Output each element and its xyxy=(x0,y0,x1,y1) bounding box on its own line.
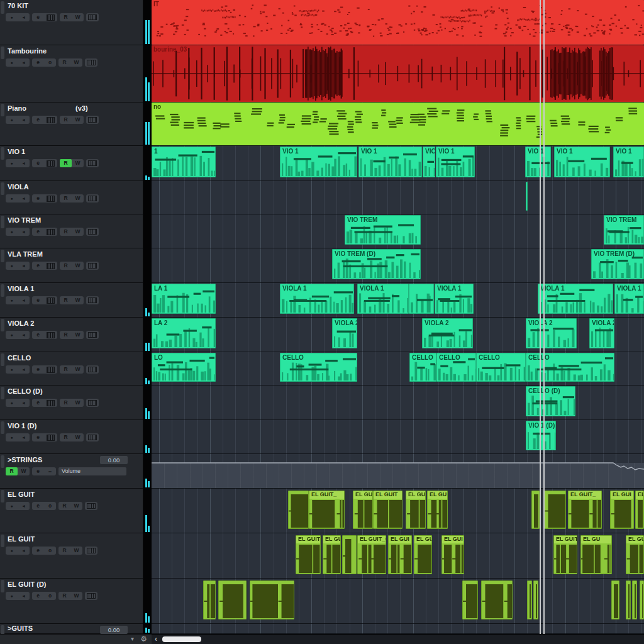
read-automation-button[interactable]: R xyxy=(60,433,72,441)
track-color-tab[interactable] xyxy=(1,216,4,228)
input-gain-button[interactable]: o xyxy=(44,502,56,510)
lanes-icon[interactable] xyxy=(88,117,97,123)
record-button[interactable]: ● xyxy=(6,194,18,203)
lanes-icon[interactable] xyxy=(88,14,97,20)
track-header[interactable]: VIO 1 (D)●◄eRW xyxy=(0,420,143,454)
midi-clip[interactable]: CELLO xyxy=(526,353,614,382)
track-header[interactable]: EL GUIT●◄eoRW xyxy=(0,489,143,533)
audio-clip[interactable]: EL GUI xyxy=(441,535,464,574)
midi-clip[interactable]: 1 xyxy=(152,147,216,177)
record-button[interactable]: ● xyxy=(6,502,18,510)
monitor-button[interactable]: ◄ xyxy=(18,116,30,124)
read-automation-button[interactable]: R xyxy=(60,262,72,270)
edit-channel-button[interactable]: e xyxy=(32,592,44,600)
read-automation-button[interactable]: R xyxy=(60,116,72,124)
write-automation-button[interactable]: W xyxy=(72,331,84,339)
midi-clip[interactable] xyxy=(409,284,434,314)
write-automation-button[interactable]: W xyxy=(72,159,84,167)
monitor-button[interactable]: ◄ xyxy=(18,433,30,441)
write-automation-button[interactable]: W xyxy=(72,296,84,304)
audio-clip[interactable]: EL GU xyxy=(414,535,432,574)
arrangement-area[interactable]: ITbourine_03no1VIO 1VIO 1VIOVIO 1VIO 1VI… xyxy=(152,0,644,634)
monitor-button[interactable]: ◄ xyxy=(18,502,30,510)
midi-clip[interactable]: VIOLA 1 xyxy=(435,284,474,314)
edit-channel-button[interactable]: e xyxy=(32,296,44,304)
instrument-keys-icon[interactable] xyxy=(47,196,55,202)
audio-clip[interactable]: EL GU xyxy=(626,535,644,574)
audio-clip[interactable]: EL GU xyxy=(427,491,448,529)
track-lane[interactable]: VIO 1 (D) xyxy=(152,420,644,454)
audio-clip[interactable] xyxy=(640,580,644,619)
track-value-box[interactable]: 0.00 xyxy=(100,456,128,464)
midi-clip[interactable]: no xyxy=(152,103,644,145)
monitor-button[interactable]: ◄ xyxy=(18,331,30,339)
track-color-tab[interactable] xyxy=(1,455,4,468)
midi-clip[interactable]: VIO TREM xyxy=(345,215,421,245)
track-color-tab[interactable] xyxy=(1,250,4,262)
record-button[interactable]: ● xyxy=(6,296,18,304)
track-header[interactable]: VIO TREM●◄eRW xyxy=(0,214,143,248)
volume-automation-curve[interactable] xyxy=(152,454,644,489)
track-color-tab[interactable] xyxy=(1,284,4,297)
write-automation-button[interactable]: W xyxy=(70,502,82,510)
midi-clip[interactable]: VIO 1 xyxy=(613,147,644,177)
track-header[interactable]: >STRINGS0.00RWe∞Volume xyxy=(0,454,143,489)
track-header[interactable]: >GUITS0.00 xyxy=(0,624,143,634)
audio-clip[interactable] xyxy=(481,580,513,619)
midi-clip[interactable] xyxy=(526,182,528,211)
track-lane[interactable]: 1VIO 1VIO 1VIOVIO 1VIO 1VIO 1VIO 1 xyxy=(152,146,644,181)
write-automation-button[interactable]: W xyxy=(70,547,82,555)
record-button[interactable]: ● xyxy=(6,159,18,167)
monitor-button[interactable]: ◄ xyxy=(18,547,30,555)
midi-clip[interactable]: LO xyxy=(152,353,216,382)
track-color-tab[interactable] xyxy=(1,580,4,592)
midi-clip[interactable]: IT xyxy=(152,0,644,45)
horizontal-scrollbar[interactable]: ‹ xyxy=(152,634,644,644)
audio-clip[interactable]: EL xyxy=(635,491,644,529)
edit-channel-button[interactable]: e xyxy=(32,547,44,555)
write-automation-button[interactable]: W xyxy=(70,592,82,600)
edit-channel-button[interactable]: e xyxy=(32,58,44,67)
write-automation-button[interactable]: W xyxy=(72,116,84,124)
track-header[interactable]: 70 KIT●◄eRW xyxy=(0,0,143,45)
audio-clip[interactable]: EL GUIT xyxy=(296,535,321,574)
edit-channel-button[interactable]: e xyxy=(32,399,44,407)
audio-clip[interactable] xyxy=(462,580,478,619)
audio-clip[interactable]: EL GUIT_ xyxy=(568,491,602,529)
scroll-left-icon[interactable]: ‹ xyxy=(155,635,157,644)
track-header[interactable]: VIO 1●◄eRW xyxy=(0,146,143,181)
midi-clip[interactable]: CELLO (D) xyxy=(526,386,575,416)
track-color-tab[interactable] xyxy=(1,319,4,331)
track-color-tab[interactable] xyxy=(1,353,4,366)
edit-channel-button[interactable]: e xyxy=(32,467,44,475)
monitor-button[interactable]: ◄ xyxy=(18,228,30,236)
automation-parameter-field[interactable]: Volume xyxy=(58,467,126,475)
write-automation-button[interactable]: W xyxy=(72,13,84,21)
instrument-keys-icon[interactable] xyxy=(47,263,55,269)
instrument-keys-icon[interactable] xyxy=(47,332,55,338)
track-lane[interactable]: EL GUITEL GUEL GUIT_0EL GUIEL GUEL GUIEL… xyxy=(152,533,644,579)
edit-channel-button[interactable]: e xyxy=(32,365,44,374)
midi-clip[interactable]: VIO TREM (D) xyxy=(591,249,644,279)
record-button[interactable]: ● xyxy=(6,399,18,407)
instrument-keys-icon[interactable] xyxy=(47,435,55,441)
midi-clip[interactable]: VIO 1 xyxy=(358,147,422,177)
audio-clip[interactable]: EL GUIT xyxy=(553,535,577,574)
audio-clip[interactable]: EL GUI xyxy=(353,491,373,529)
track-header[interactable]: VIOLA 2●◄eRW xyxy=(0,318,143,352)
record-button[interactable]: ● xyxy=(6,262,18,270)
read-automation-button[interactable]: R xyxy=(60,159,72,167)
write-automation-button[interactable]: W xyxy=(72,194,84,203)
input-gain-button[interactable]: o xyxy=(44,547,56,555)
midi-clip[interactable]: VIO 1 (D) xyxy=(526,421,556,450)
audio-clip[interactable] xyxy=(611,580,619,619)
midi-clip[interactable]: CELLO xyxy=(436,353,476,382)
track-color-tab[interactable] xyxy=(1,147,4,160)
track-lane[interactable]: no xyxy=(152,103,644,146)
audio-clip[interactable] xyxy=(544,491,566,529)
read-automation-button[interactable]: R xyxy=(60,13,72,21)
link-button[interactable]: ∞ xyxy=(44,467,56,475)
scrollbar-thumb[interactable] xyxy=(162,636,201,642)
lanes-icon[interactable] xyxy=(87,593,96,599)
monitor-button[interactable]: ◄ xyxy=(18,194,30,203)
